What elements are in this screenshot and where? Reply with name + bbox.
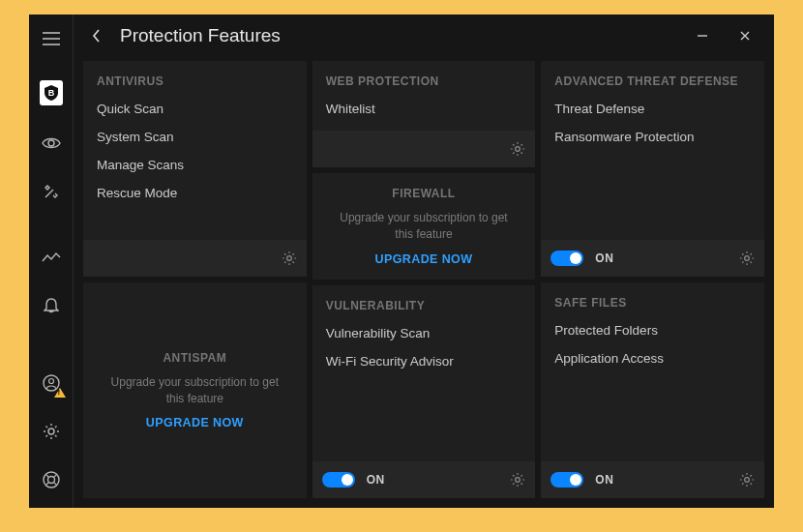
atd-threat-defense[interactable]: Threat Defense	[554, 102, 751, 116]
svg-point-6	[47, 477, 54, 484]
antivirus-quick-scan[interactable]: Quick Scan	[97, 102, 293, 116]
gear-icon	[510, 141, 525, 157]
lifebuoy-icon	[43, 471, 60, 488]
app-window: B	[29, 15, 774, 508]
sidebar-item-notifications[interactable]	[41, 295, 62, 316]
svg-point-12	[745, 478, 750, 483]
upgrade-message: Upgrade your subscription to get this fe…	[101, 374, 289, 407]
safefiles-protected-folders[interactable]: Protected Folders	[554, 323, 751, 338]
eye-icon	[42, 136, 61, 150]
card-title: ANTIVIRUS	[83, 61, 307, 98]
sidebar: B	[29, 15, 74, 508]
page-title: Protection Features	[120, 25, 281, 46]
minimize-button[interactable]	[693, 26, 712, 45]
toggle-label: ON	[595, 251, 613, 265]
card-antivirus: ANTIVIRUS Quick Scan System Scan Manage …	[83, 61, 307, 277]
sidebar-item-support[interactable]	[41, 469, 62, 490]
gear-icon	[739, 251, 755, 266]
sidebar-item-account[interactable]	[41, 372, 62, 394]
svg-point-10	[516, 478, 520, 483]
svg-point-3	[48, 379, 53, 384]
card-title: FIREWALL	[392, 187, 455, 200]
safefiles-settings-button[interactable]	[739, 472, 755, 488]
antivirus-settings-button[interactable]	[282, 251, 297, 266]
svg-point-8	[286, 256, 291, 261]
upgrade-now-link[interactable]: UPGRADE NOW	[146, 416, 244, 429]
atd-ransomware-protection[interactable]: Ransomware Protection	[554, 130, 751, 144]
card-web-protection: WEB PROTECTION Whitelist	[312, 61, 536, 167]
svg-point-11	[745, 256, 750, 261]
grid-col-1: ANTIVIRUS Quick Scan System Scan Manage …	[83, 61, 307, 498]
gear-icon	[282, 251, 297, 266]
vulnerability-toggle[interactable]	[322, 472, 355, 488]
card-title: ANTISPAM	[163, 351, 226, 365]
vulnerability-wifi-advisor[interactable]: Wi-Fi Security Advisor	[326, 354, 522, 369]
grid-col-2: WEB PROTECTION Whitelist FIREWALL Upgrad…	[312, 61, 536, 498]
menu-button[interactable]	[29, 20, 74, 57]
close-button[interactable]	[735, 26, 755, 45]
webprotection-settings-button[interactable]	[510, 141, 525, 157]
minimize-icon	[697, 30, 708, 42]
close-icon	[739, 30, 751, 42]
sidebar-nav: B	[40, 80, 63, 316]
vulnerability-scan[interactable]: Vulnerability Scan	[326, 326, 522, 340]
titlebar: Protection Features	[74, 15, 774, 57]
window-controls	[693, 26, 766, 45]
svg-text:B: B	[47, 88, 54, 98]
svg-point-1	[48, 140, 54, 146]
back-button[interactable]	[83, 22, 110, 49]
card-title: SAFE FILES	[541, 282, 764, 319]
gear-icon	[510, 472, 525, 488]
shield-icon: B	[45, 85, 58, 101]
card-footer: ON	[541, 461, 764, 498]
main-panel: Protection Features ANTIVIRUS Quick Scan…	[74, 15, 774, 508]
toggle-label: ON	[595, 473, 613, 487]
card-firewall: FIREWALL Upgrade your subscription to ge…	[312, 173, 536, 280]
activity-icon	[42, 251, 61, 263]
antivirus-rescue-mode[interactable]: Rescue Mode	[97, 186, 293, 200]
sidebar-item-privacy[interactable]	[41, 133, 62, 154]
card-footer	[83, 240, 307, 277]
atd-toggle[interactable]	[550, 251, 583, 266]
card-vulnerability: VULNERABILITY Vulnerability Scan Wi-Fi S…	[312, 285, 536, 498]
card-advanced-threat-defense: ADVANCED THREAT DEFENSE Threat Defense R…	[541, 61, 764, 277]
features-grid: ANTIVIRUS Quick Scan System Scan Manage …	[74, 57, 774, 508]
sidebar-item-activity[interactable]	[41, 247, 62, 268]
webprotection-whitelist[interactable]: Whitelist	[326, 102, 522, 116]
svg-point-4	[48, 429, 54, 434]
sidebar-item-protection[interactable]: B	[40, 80, 63, 105]
alert-icon	[54, 388, 66, 398]
card-antispam: ANTISPAM Upgrade your subscription to ge…	[83, 282, 307, 498]
gear-icon	[43, 423, 60, 440]
card-footer: ON	[312, 461, 536, 498]
card-footer	[312, 131, 536, 167]
svg-point-9	[516, 147, 520, 152]
safefiles-application-access[interactable]: Application Access	[554, 351, 751, 366]
tools-icon	[43, 183, 60, 200]
card-title: WEB PROTECTION	[312, 61, 536, 98]
card-safe-files: SAFE FILES Protected Folders Application…	[541, 282, 764, 498]
card-title: VULNERABILITY	[312, 285, 536, 322]
sidebar-bottom	[41, 372, 62, 490]
antivirus-system-scan[interactable]: System Scan	[97, 130, 293, 144]
sidebar-item-settings[interactable]	[41, 421, 62, 442]
toggle-label: ON	[367, 473, 385, 487]
vulnerability-settings-button[interactable]	[510, 472, 525, 488]
chevron-left-icon	[92, 29, 102, 43]
upgrade-now-link[interactable]: UPGRADE NOW	[375, 252, 473, 266]
sidebar-item-tools[interactable]	[41, 181, 62, 202]
gear-icon	[739, 472, 755, 488]
grid-col-3: ADVANCED THREAT DEFENSE Threat Defense R…	[541, 61, 764, 498]
card-title: ADVANCED THREAT DEFENSE	[541, 61, 764, 98]
card-footer: ON	[541, 240, 764, 277]
bell-icon	[44, 297, 59, 314]
upgrade-message: Upgrade your subscription to get this fe…	[330, 210, 519, 243]
antivirus-manage-scans[interactable]: Manage Scans	[97, 158, 293, 172]
atd-settings-button[interactable]	[739, 251, 755, 266]
safefiles-toggle[interactable]	[550, 472, 583, 488]
